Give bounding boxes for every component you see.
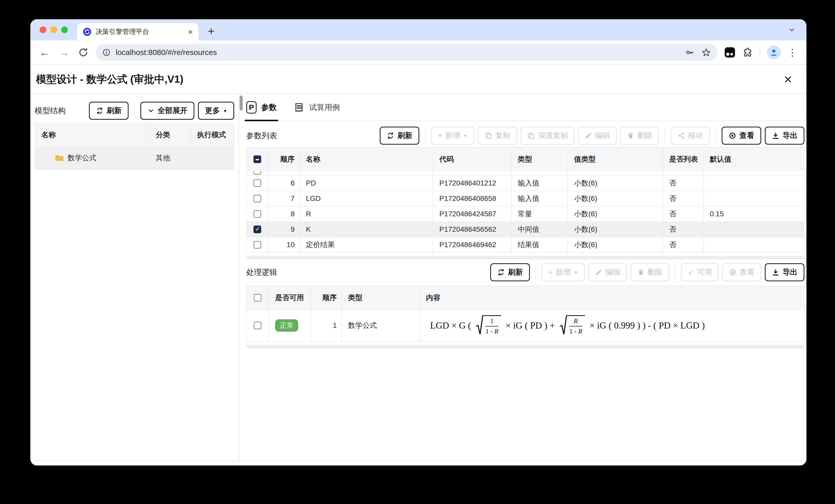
param-edit-button[interactable]: 编辑 bbox=[578, 127, 617, 145]
bookmark-star-icon[interactable] bbox=[701, 48, 711, 57]
row-checkbox[interactable] bbox=[253, 210, 261, 218]
logic-delete-button[interactable]: 删除 bbox=[631, 263, 669, 281]
row-checkbox-checked[interactable] bbox=[253, 226, 261, 233]
back-icon[interactable]: ← bbox=[40, 47, 50, 58]
header-code: 代码 bbox=[433, 147, 512, 171]
panel-divider bbox=[239, 94, 239, 461]
site-logo-icon bbox=[83, 27, 91, 36]
password-key-icon[interactable] bbox=[685, 48, 694, 57]
row-checkbox[interactable] bbox=[253, 171, 261, 175]
logic-row[interactable]: 正常 1 数学公式 LGD × G ( 1 bbox=[247, 309, 804, 341]
expand-all-button[interactable]: 全部展开 bbox=[140, 102, 195, 120]
tree-node-exec-mode bbox=[191, 147, 233, 169]
table-row[interactable]: 8 R P1720486424587 常量 小数(6) 否 0.15 bbox=[247, 206, 804, 222]
cell-name: R bbox=[300, 207, 433, 222]
param-add-button[interactable]: + 新增 ▼ bbox=[431, 127, 474, 145]
deep-copy-icon bbox=[527, 132, 535, 140]
tree-row-math-formula[interactable]: 数学公式 其他 bbox=[35, 146, 234, 169]
logic-export-button[interactable]: 导出 bbox=[765, 263, 805, 281]
cell-type: 中间值 bbox=[512, 222, 568, 237]
dialog-header: 模型设计 - 数学公式 (审批中,V1) × bbox=[30, 65, 807, 94]
param-copy-button[interactable]: 复制 bbox=[478, 127, 517, 145]
eye-icon bbox=[729, 269, 736, 276]
more-button[interactable]: 更多 ▼ bbox=[198, 102, 234, 120]
new-tab-button[interactable]: + bbox=[208, 23, 215, 39]
caret-down-icon: ▼ bbox=[223, 109, 227, 114]
tab-parameters[interactable]: P 参数 bbox=[246, 94, 277, 121]
logic-edit-button[interactable]: 编辑 bbox=[588, 263, 627, 281]
horizontal-scrollbar[interactable] bbox=[246, 256, 805, 259]
site-info-icon[interactable] bbox=[102, 48, 110, 57]
param-export-button[interactable]: 导出 bbox=[765, 127, 805, 145]
pencil-icon bbox=[595, 269, 602, 276]
logic-enable-button[interactable]: ✓ 可用 bbox=[681, 263, 718, 281]
table-row[interactable]: 10 定价结果 P1720486469462 结果值 小数(6) 否 bbox=[247, 237, 804, 252]
param-refresh-button[interactable]: 刷新 bbox=[380, 127, 419, 145]
toolbar-separator bbox=[665, 128, 665, 143]
cell-default bbox=[704, 191, 804, 206]
detail-panel: P 参数 试算用例 参数列表 bbox=[246, 94, 805, 460]
plus-icon: + bbox=[548, 268, 553, 277]
close-window-button[interactable] bbox=[40, 26, 46, 33]
row-checkbox[interactable] bbox=[253, 179, 261, 187]
refresh-icon bbox=[497, 269, 505, 276]
download-icon bbox=[772, 269, 779, 276]
extensions-puzzle-icon[interactable] bbox=[742, 47, 753, 58]
tab-trial-cases[interactable]: 试算用例 bbox=[293, 94, 340, 121]
cell-type: 结果值 bbox=[512, 237, 568, 252]
check-icon: ✓ bbox=[688, 268, 694, 277]
logic-view-button[interactable]: 查看 bbox=[722, 263, 761, 281]
header-order: 顺序 bbox=[268, 147, 300, 171]
cell-value-type: 小数(6) bbox=[568, 207, 663, 222]
header-default: 默认值 bbox=[704, 147, 804, 171]
plus-icon: + bbox=[438, 131, 442, 140]
browser-menu-icon[interactable]: ⋮ bbox=[788, 47, 797, 57]
cell-is-list: 否 bbox=[663, 191, 704, 206]
cell-type: 数学公式 bbox=[342, 310, 420, 341]
folder-icon bbox=[55, 154, 64, 162]
logic-add-button[interactable]: + 新增 ▼ bbox=[542, 263, 585, 281]
table-row[interactable]: 6 PD P1720486401212 输入值 小数(6) 否 bbox=[247, 175, 804, 191]
horizontal-scrollbar[interactable] bbox=[246, 345, 805, 348]
select-all-checkbox[interactable] bbox=[254, 294, 262, 301]
dialog-close-icon[interactable]: × bbox=[784, 72, 792, 86]
param-deep-copy-button[interactable]: 深度复制 bbox=[521, 127, 575, 145]
browser-tab[interactable]: 决策引擎管理平台 × bbox=[77, 23, 199, 40]
tab-close-icon[interactable]: × bbox=[188, 28, 193, 36]
url-text[interactable]: localhost:8080/#/re/resources bbox=[116, 48, 678, 57]
cell-order: 10 bbox=[268, 237, 300, 252]
download-icon bbox=[772, 132, 779, 140]
profile-avatar[interactable] bbox=[767, 45, 781, 59]
tab-search-chevron-icon[interactable] bbox=[788, 26, 796, 35]
table-row[interactable]: 7 LGD P1720486408658 输入值 小数(6) 否 bbox=[247, 191, 804, 206]
row-checkbox[interactable] bbox=[254, 322, 262, 329]
pencil-icon bbox=[585, 132, 592, 139]
reload-icon[interactable] bbox=[78, 47, 88, 58]
header-enabled: 是否可用 bbox=[269, 286, 311, 309]
url-bar[interactable]: localhost:8080/#/re/resources bbox=[96, 44, 717, 61]
browser-window: 决策引擎管理平台 × + ← → localhost:8080/#/re/res… bbox=[30, 19, 807, 465]
header-type: 类型 bbox=[342, 286, 420, 309]
param-view-button[interactable]: 查看 bbox=[721, 127, 761, 145]
param-list-title: 参数列表 bbox=[246, 130, 277, 141]
select-all-checkbox[interactable] bbox=[253, 155, 261, 163]
zoom-window-button[interactable] bbox=[61, 26, 68, 33]
eye-icon bbox=[729, 132, 736, 140]
caret-down-icon: ▼ bbox=[574, 270, 578, 275]
logic-table-header: 是否可用 顺序 类型 内容 bbox=[247, 286, 804, 309]
cell-order: 7 bbox=[268, 191, 300, 206]
logic-refresh-button[interactable]: 刷新 bbox=[490, 263, 530, 281]
row-checkbox[interactable] bbox=[253, 195, 261, 203]
minimize-window-button[interactable] bbox=[50, 26, 57, 33]
scrollbar-thumb[interactable] bbox=[240, 96, 243, 110]
tree-refresh-button[interactable]: 刷新 bbox=[89, 102, 128, 120]
param-move-button[interactable]: 移动 bbox=[671, 127, 710, 145]
table-row-selected[interactable]: 9 K P1720486456562 中间值 小数(6) 否 bbox=[247, 222, 804, 237]
extension-app-icon[interactable] bbox=[724, 47, 735, 58]
logic-toolbar: 处理逻辑 刷新 + 新增 ▼ bbox=[246, 263, 805, 281]
tree-node-label: 数学公式 bbox=[68, 153, 96, 163]
param-delete-button[interactable]: 删除 bbox=[620, 127, 659, 145]
cell-order: 6 bbox=[268, 176, 300, 191]
row-checkbox[interactable] bbox=[253, 241, 261, 249]
window-controls bbox=[40, 19, 68, 40]
